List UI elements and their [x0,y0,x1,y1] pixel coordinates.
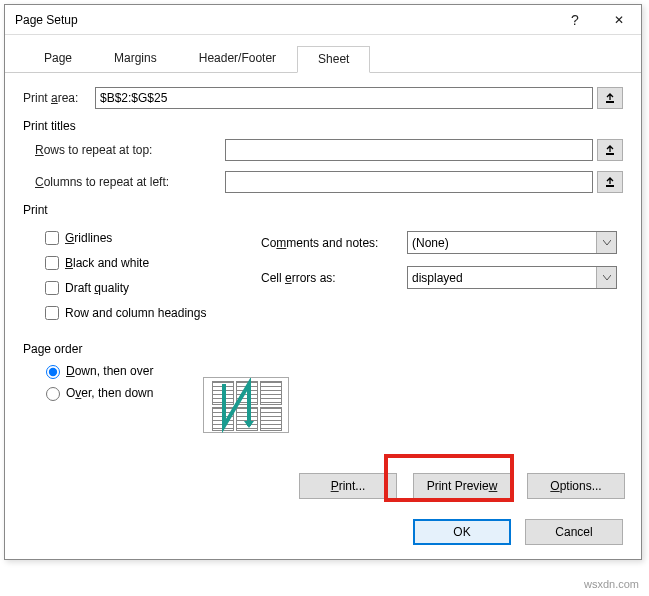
tab-page-label: Page [44,51,72,65]
black-white-checkbox[interactable]: Black and white [41,253,261,273]
rows-repeat-label: Rows to repeat at top: [35,143,225,157]
print-area-input[interactable] [95,87,593,109]
rowcol-headings-label: Row and column headings [65,306,206,320]
range-selector-icon [604,92,616,104]
page-order-arrow-icon [204,378,290,434]
svg-rect-2 [606,185,614,187]
comments-select[interactable]: (None) [407,231,617,254]
range-selector-icon [604,176,616,188]
rows-repeat-input[interactable] [225,139,593,161]
dialog-title: Page Setup [15,13,553,27]
help-button[interactable]: ? [553,5,597,35]
close-icon: ✕ [614,13,624,27]
gridlines-label: Gridlines [65,231,112,245]
gridlines-checkbox[interactable]: Gridlines [41,228,261,248]
action-button-row: Print... Print Preview Options... [299,473,625,499]
print-area-label: Print area: [23,91,95,105]
ok-button[interactable]: OK [413,519,511,545]
tab-header-footer-label: Header/Footer [199,51,276,65]
comments-label: Comments and notes: [261,236,407,250]
over-then-down-radio[interactable]: Over, then down [41,384,623,401]
cellerrors-select[interactable]: displayed [407,266,617,289]
print-button[interactable]: Print... [299,473,397,499]
rowcol-headings-checkbox-input[interactable] [45,306,59,320]
cols-repeat-collapse-button[interactable] [597,171,623,193]
down-then-over-radio[interactable]: Down, then over [41,362,623,379]
print-preview-button[interactable]: Print Preview [413,473,511,499]
gridlines-checkbox-input[interactable] [45,231,59,245]
help-icon: ? [571,12,579,28]
cellerrors-label: Cell errors as: [261,271,407,285]
draft-checkbox[interactable]: Draft quality [41,278,261,298]
print-titles-group-label: Print titles [23,119,623,133]
draft-checkbox-input[interactable] [45,281,59,295]
black-white-label: Black and white [65,256,149,270]
print-area-collapse-button[interactable] [597,87,623,109]
dialog-body: Print area: Print titles Rows to repeat … [5,73,641,416]
close-button[interactable]: ✕ [597,5,641,35]
down-then-over-radio-input[interactable] [46,365,60,379]
over-then-down-radio-input[interactable] [46,387,60,401]
tab-strip: Page Margins Header/Footer Sheet [5,45,641,73]
titlebar: Page Setup ? ✕ [5,5,641,35]
page-order-group-label: Page order [23,342,623,356]
tab-page[interactable]: Page [23,45,93,72]
rowcol-headings-checkbox[interactable]: Row and column headings [41,303,261,323]
down-then-over-label: Down, then over [66,364,153,378]
page-setup-dialog: Page Setup ? ✕ Page Margins Header/Foote… [4,4,642,560]
watermark: wsxdn.com [584,578,639,590]
tab-margins[interactable]: Margins [93,45,178,72]
tab-margins-label: Margins [114,51,157,65]
tab-header-footer[interactable]: Header/Footer [178,45,297,72]
svg-rect-0 [606,101,614,103]
options-button[interactable]: Options... [527,473,625,499]
print-group-label: Print [23,203,623,217]
cancel-button[interactable]: Cancel [525,519,623,545]
over-then-down-label: Over, then down [66,386,153,400]
page-order-graphic [203,377,289,433]
rows-repeat-collapse-button[interactable] [597,139,623,161]
cols-repeat-label: Columns to repeat at left: [35,175,225,189]
svg-rect-1 [606,153,614,155]
tab-sheet-label: Sheet [318,52,349,66]
cols-repeat-input[interactable] [225,171,593,193]
tab-sheet[interactable]: Sheet [297,46,370,73]
black-white-checkbox-input[interactable] [45,256,59,270]
range-selector-icon [604,144,616,156]
draft-label: Draft quality [65,281,129,295]
ok-cancel-row: OK Cancel [413,519,623,545]
